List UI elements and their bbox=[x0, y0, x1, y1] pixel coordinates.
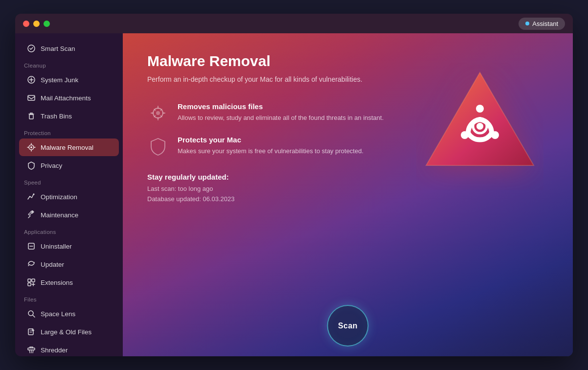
svg-point-19 bbox=[461, 131, 469, 139]
scan-button-container: Scan bbox=[327, 305, 369, 347]
maximize-button[interactable] bbox=[44, 21, 50, 27]
svg-point-17 bbox=[476, 105, 484, 113]
optimization-label: Optimization bbox=[41, 193, 77, 201]
sidebar-item-space-lens[interactable]: Space Lens bbox=[19, 305, 119, 323]
sidebar-item-uninstaller[interactable]: Uninstaller bbox=[19, 237, 119, 255]
extensions-icon bbox=[27, 278, 36, 287]
svg-rect-10 bbox=[28, 283, 31, 286]
sidebar: Smart Scan Cleanup System Junk bbox=[15, 33, 123, 356]
app-window: Assistant Smart Scan Cleanup bbox=[15, 14, 573, 356]
shredder-label: Shredder bbox=[41, 347, 68, 354]
main-content: Malware Removal Perform an in-depth chec… bbox=[123, 33, 573, 356]
biohazard-illustration bbox=[416, 63, 543, 190]
feature-title-malicious: Removes malicious files bbox=[178, 102, 384, 111]
database-updated: Database updated: 06.03.2023 bbox=[147, 194, 402, 205]
system-junk-label: System Junk bbox=[41, 76, 78, 84]
feature-desc-malicious: Allows to review, study and eliminate al… bbox=[178, 113, 384, 123]
sidebar-item-shredder[interactable]: Shredder bbox=[19, 341, 119, 356]
titlebar: Assistant bbox=[15, 14, 573, 33]
sidebar-item-large-old-files[interactable]: Large & Old Files bbox=[19, 323, 119, 341]
section-speed: Speed bbox=[15, 175, 123, 187]
updater-icon bbox=[27, 260, 36, 269]
feature-item-malicious: Removes malicious files Allows to review… bbox=[147, 102, 402, 124]
section-cleanup: Cleanup bbox=[15, 58, 123, 70]
uninstaller-label: Uninstaller bbox=[41, 243, 72, 250]
sidebar-item-trash-bins[interactable]: Trash Bins bbox=[19, 107, 119, 125]
minimize-button[interactable] bbox=[33, 21, 40, 27]
privacy-label: Privacy bbox=[41, 162, 62, 169]
system-junk-icon bbox=[27, 75, 36, 84]
app-body: Smart Scan Cleanup System Junk bbox=[15, 33, 573, 356]
svg-point-5 bbox=[30, 146, 32, 148]
sidebar-item-maintenance[interactable]: Maintenance bbox=[19, 206, 119, 224]
assistant-button[interactable]: Assistant bbox=[519, 18, 565, 30]
maintenance-label: Maintenance bbox=[41, 211, 78, 219]
feature-desc-protects: Makes sure your system is free of vulner… bbox=[178, 146, 363, 156]
svg-rect-9 bbox=[32, 279, 35, 282]
update-title: Stay regularly updated: bbox=[147, 173, 402, 181]
smart-scan-label: Smart Scan bbox=[41, 45, 75, 52]
malware-icon bbox=[27, 143, 36, 152]
feature-title-protects: Protects your Mac bbox=[178, 136, 363, 144]
assistant-label: Assistant bbox=[532, 20, 558, 27]
uninstaller-icon bbox=[27, 242, 36, 251]
mail-attachments-label: Mail Attachments bbox=[41, 94, 91, 102]
shield-icon bbox=[147, 136, 169, 157]
section-files: Files bbox=[15, 292, 123, 304]
scan-button[interactable]: Scan bbox=[327, 305, 369, 347]
optimization-icon bbox=[27, 192, 36, 201]
mail-icon bbox=[27, 93, 36, 102]
close-button[interactable] bbox=[23, 21, 29, 27]
section-protection: Protection bbox=[15, 125, 123, 138]
content-inner: Malware Removal Perform an in-depth chec… bbox=[147, 53, 402, 205]
svg-rect-8 bbox=[28, 279, 31, 282]
svg-rect-2 bbox=[28, 95, 35, 100]
shredder-icon bbox=[27, 346, 36, 354]
update-section: Stay regularly updated: Last scan: too l… bbox=[147, 173, 402, 205]
sidebar-item-updater[interactable]: Updater bbox=[19, 255, 119, 273]
illustration bbox=[416, 63, 543, 192]
assistant-dot-icon bbox=[525, 22, 529, 25]
svg-point-20 bbox=[476, 123, 483, 130]
feature-text-protects: Protects your Mac Makes sure your system… bbox=[178, 136, 363, 156]
page-subtitle: Perform an in-depth checkup of your Mac … bbox=[147, 74, 402, 85]
large-files-icon bbox=[27, 327, 36, 336]
trash-icon bbox=[27, 112, 36, 120]
svg-rect-3 bbox=[29, 115, 33, 119]
sidebar-item-smart-scan[interactable]: Smart Scan bbox=[19, 40, 119, 57]
svg-point-18 bbox=[491, 131, 499, 139]
large-old-files-label: Large & Old Files bbox=[41, 328, 91, 336]
space-lens-icon bbox=[27, 309, 36, 318]
maintenance-icon bbox=[27, 210, 36, 219]
sidebar-item-malware-removal[interactable]: Malware Removal bbox=[19, 139, 119, 156]
sidebar-item-system-junk[interactable]: System Junk bbox=[19, 71, 119, 89]
malware-removal-label: Malware Removal bbox=[41, 144, 93, 151]
smart-scan-icon bbox=[27, 44, 36, 53]
svg-point-15 bbox=[156, 111, 160, 115]
trash-bins-label: Trash Bins bbox=[41, 113, 72, 120]
space-lens-label: Space Lens bbox=[41, 310, 75, 318]
section-applications: Applications bbox=[15, 224, 123, 237]
feature-text-malicious: Removes malicious files Allows to review… bbox=[178, 102, 384, 123]
page-title: Malware Removal bbox=[147, 53, 402, 69]
svg-point-6 bbox=[33, 194, 35, 195]
traffic-lights bbox=[23, 21, 50, 27]
bug-icon bbox=[147, 102, 169, 124]
updater-label: Updater bbox=[41, 261, 64, 268]
extensions-label: Extensions bbox=[41, 279, 73, 286]
privacy-icon bbox=[27, 161, 36, 170]
sidebar-item-mail-attachments[interactable]: Mail Attachments bbox=[19, 89, 119, 107]
sidebar-item-privacy[interactable]: Privacy bbox=[19, 157, 119, 174]
sidebar-item-optimization[interactable]: Optimization bbox=[19, 188, 119, 206]
sidebar-item-extensions[interactable]: Extensions bbox=[19, 274, 119, 291]
last-scan: Last scan: too long ago bbox=[147, 184, 402, 194]
feature-item-protects: Protects your Mac Makes sure your system… bbox=[147, 136, 402, 157]
